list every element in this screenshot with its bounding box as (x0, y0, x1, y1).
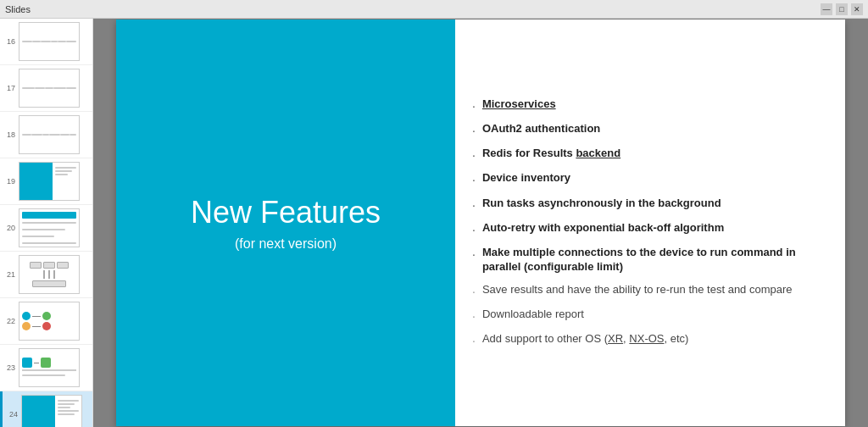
bullet-dot: · (472, 197, 476, 213)
bullet-1: · Microservices (472, 97, 824, 114)
slide-number: 17 (3, 84, 15, 92)
sidebar-slide-24[interactable]: 24 (0, 391, 92, 427)
slide-number: 21 (3, 270, 15, 279)
window-title: Slides (5, 4, 821, 14)
bullet-dot: · (472, 247, 476, 262)
slide-number: 22 (3, 317, 15, 325)
bullet-text: Redis for Results backend (482, 147, 620, 161)
bullet-dot: · (472, 308, 476, 324)
slide-number: 19 (3, 177, 15, 186)
bullet-8: · Save results and have the ability to r… (472, 283, 824, 299)
slide-right-panel: · Microservices · OAuth2 authentication … (455, 19, 845, 426)
slide-thumb (19, 208, 80, 247)
slide-title: New Features (191, 194, 381, 230)
slide-thumb (19, 69, 80, 108)
slide-number: 23 (3, 363, 15, 372)
slide-number: 18 (3, 130, 15, 139)
bullet-text: Auto-retry with exponential back-off alg… (482, 221, 724, 236)
bullet-text: OAuth2 authentication (482, 122, 600, 136)
bullet-7: · Make multiple connections to the devic… (472, 246, 824, 274)
bullet-text: Downloadable report (482, 308, 584, 322)
sidebar-slide-20[interactable]: 20 (0, 205, 92, 252)
bullet-dot: · (472, 333, 476, 348)
slide-thumb (19, 115, 80, 154)
window-bar: Slides — □ ✕ (0, 0, 868, 19)
slide-thumb (19, 255, 80, 294)
slide-left-panel: New Features (for next version) (116, 19, 455, 426)
sidebar-slide-22[interactable]: 22 (0, 298, 92, 345)
maximize-button[interactable]: □ (836, 3, 848, 15)
bullet-5: · Run tasks asynchronously in the backgr… (472, 197, 824, 213)
bullet-text: Device inventory (482, 171, 570, 186)
bullet-dot: · (472, 147, 476, 163)
slide-thumb-active (21, 395, 82, 427)
slide-thumb (19, 22, 80, 61)
bullet-4: · Device inventory (472, 171, 824, 187)
slide-subtitle: (for next version) (235, 236, 337, 252)
slide-number: 20 (3, 224, 15, 232)
minimize-button[interactable]: — (821, 3, 832, 15)
slide-sidebar[interactable]: 16 17 (0, 19, 93, 427)
bullet-10: · Add support to other OS (XR, NX-OS, et… (472, 332, 824, 348)
bullet-6: · Auto-retry with exponential back-off a… (472, 221, 824, 237)
bullet-text: Run tasks asynchronously in the backgrou… (482, 197, 721, 211)
bullet-text: Make multiple connections to the device … (482, 246, 824, 274)
sidebar-slide-16[interactable]: 16 (0, 19, 92, 65)
sidebar-slide-23[interactable]: 23 (0, 345, 92, 391)
slide-container: New Features (for next version) · Micros… (116, 19, 845, 426)
bullet-text: Save results and have the ability to re-… (482, 283, 793, 297)
close-button[interactable]: ✕ (851, 3, 863, 15)
bullet-dot: · (472, 123, 476, 138)
sidebar-slide-19[interactable]: 19 (0, 158, 92, 205)
sidebar-slide-18[interactable]: 18 (0, 112, 92, 158)
bullet-dot: · (472, 98, 476, 114)
slide-thumb (19, 162, 80, 201)
bullet-text: Add support to other OS (XR, NX-OS, etc) (482, 332, 689, 347)
main-area: 16 17 (0, 19, 868, 427)
bullet-dot: · (472, 172, 476, 187)
sidebar-slide-17[interactable]: 17 (0, 65, 92, 112)
bullet-2: · OAuth2 authentication (472, 122, 824, 138)
bullet-dot: · (472, 222, 476, 237)
slide-thumb (19, 302, 80, 341)
presentation-area: New Features (for next version) · Micros… (93, 19, 868, 427)
slide-number: 24 (6, 410, 18, 419)
slide-thumb (19, 348, 80, 387)
bullet-dot: · (472, 284, 476, 299)
window-controls: — □ ✕ (821, 3, 863, 15)
bullet-3: · Redis for Results backend (472, 147, 824, 163)
sidebar-slide-21[interactable]: 21 (0, 252, 92, 298)
slide-number: 16 (3, 37, 15, 46)
bullet-9: · Downloadable report (472, 308, 824, 324)
bullet-text: Microservices (482, 97, 556, 112)
